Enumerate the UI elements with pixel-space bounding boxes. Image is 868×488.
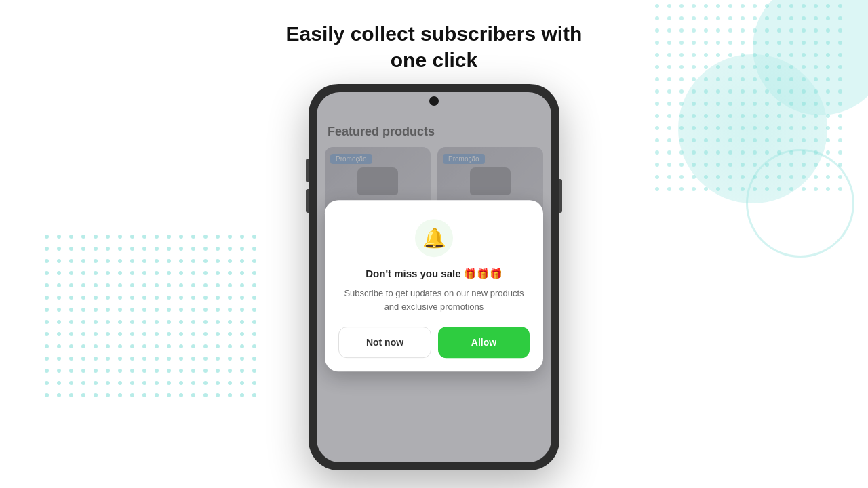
modal-title: Don't miss you sale 🎁🎁🎁	[366, 268, 502, 280]
phone-volume-up-button	[306, 159, 309, 182]
push-notification-modal: 🔔 Don't miss you sale 🎁🎁🎁 Subscribe to g…	[325, 200, 543, 371]
phone-frame: Featured products Promoção opções Promoç…	[309, 84, 559, 470]
phone-volume-down-button	[306, 189, 309, 213]
headline-line2: one click	[391, 49, 477, 71]
allow-button[interactable]: Allow	[438, 327, 530, 358]
modal-buttons: Not now Allow	[338, 327, 530, 358]
headline-line1: Easily collect subscribers with	[286, 22, 583, 45]
modal-subtitle: Subscribe to get updates on our new prod…	[338, 287, 530, 313]
bell-icon-wrapper: 🔔	[415, 219, 453, 257]
phone-power-button	[559, 179, 562, 213]
main-container: Easily collect subscribers with one clic…	[0, 0, 868, 488]
bell-icon: 🔔	[422, 227, 446, 249]
phone-camera	[429, 96, 439, 106]
page-headline: Easily collect subscribers with one clic…	[286, 20, 583, 73]
not-now-button[interactable]: Not now	[338, 327, 431, 358]
phone-screen: Featured products Promoção opções Promoç…	[317, 92, 551, 462]
